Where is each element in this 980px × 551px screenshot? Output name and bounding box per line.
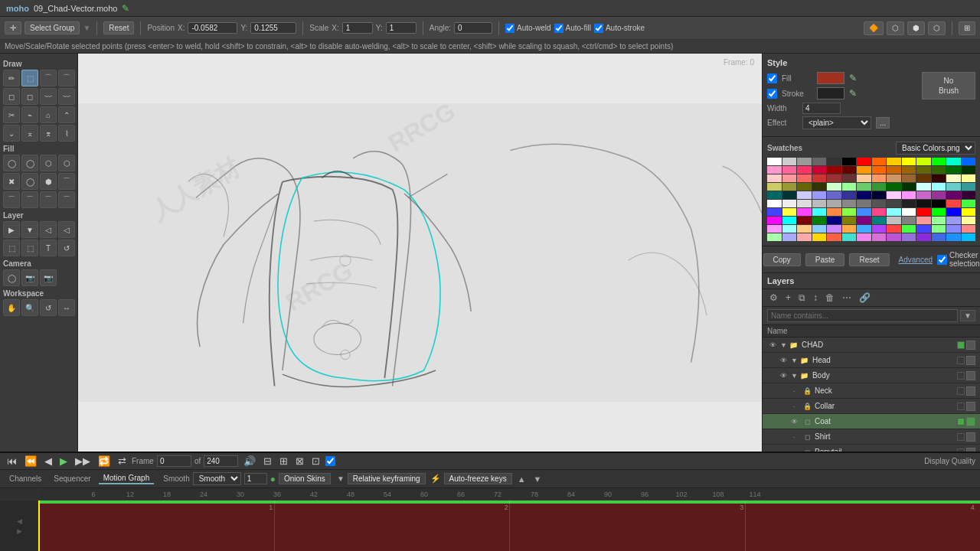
color-cell-29[interactable] xyxy=(782,174,797,182)
color-cell-32[interactable] xyxy=(827,174,841,182)
layer-item-collar[interactable]: ·🔒Collar xyxy=(763,399,980,414)
tool-camera-2[interactable]: 📷 xyxy=(21,269,38,286)
tool-draw-14[interactable]: ⌅ xyxy=(21,125,38,142)
color-cell-42[interactable] xyxy=(767,183,782,191)
color-cell-101[interactable] xyxy=(812,217,827,224)
color-cell-129[interactable] xyxy=(812,233,827,241)
color-cell-19[interactable] xyxy=(842,166,857,174)
color-cell-125[interactable] xyxy=(962,225,976,233)
color-cell-58[interactable] xyxy=(797,191,812,199)
to-start-btn[interactable]: ⏮ xyxy=(5,455,19,467)
color-cell-7[interactable] xyxy=(872,158,887,165)
color-cell-4[interactable] xyxy=(827,158,841,165)
tool-ws-4[interactable]: ↔ xyxy=(58,299,75,316)
color-cell-38[interactable] xyxy=(916,174,931,182)
scale-y-input[interactable] xyxy=(386,22,416,34)
layer-vis-btn-1[interactable]: 👁 xyxy=(767,340,778,350)
color-cell-106[interactable] xyxy=(887,217,901,224)
audio-btn[interactable]: 🔊 xyxy=(241,455,258,467)
color-cell-55[interactable] xyxy=(962,183,976,191)
color-cell-113[interactable] xyxy=(782,225,797,233)
color-cell-23[interactable] xyxy=(902,166,916,174)
layer-vis-btn-6[interactable]: 👁 xyxy=(789,416,799,427)
select-group-btn[interactable]: Select Group xyxy=(24,21,80,34)
stroke-color-swatch[interactable] xyxy=(817,87,844,99)
color-cell-0[interactable] xyxy=(767,158,782,165)
tool-fill-11[interactable]: ⌒ xyxy=(40,191,57,208)
color-cell-69[interactable] xyxy=(962,191,976,199)
layer-add-btn[interactable]: + xyxy=(783,292,793,304)
layer-expand-1[interactable]: ▼ xyxy=(780,341,787,349)
angle-input[interactable] xyxy=(454,22,492,34)
tool-draw-12[interactable]: ⌃ xyxy=(58,106,75,123)
auto-stroke-check[interactable]: Auto-stroke xyxy=(594,24,645,33)
paste-btn[interactable]: Paste xyxy=(805,253,845,266)
color-cell-88[interactable] xyxy=(827,208,841,216)
layer-vis-btn-7[interactable]: · xyxy=(789,432,799,442)
color-cell-63[interactable] xyxy=(872,191,887,199)
layer-link-btn[interactable]: 🔗 xyxy=(857,292,873,304)
color-cell-44[interactable] xyxy=(797,183,812,191)
color-cell-31[interactable] xyxy=(812,174,827,182)
scale-x-input[interactable] xyxy=(342,22,373,34)
layer-vis-btn-8[interactable]: · xyxy=(789,447,799,452)
total-frames-input[interactable] xyxy=(204,455,238,467)
color-cell-108[interactable] xyxy=(916,217,931,224)
color-cell-18[interactable] xyxy=(827,166,841,174)
tool-btn-4[interactable]: ⬡ xyxy=(928,21,946,35)
layer-item-head[interactable]: 👁▼📁Head xyxy=(763,353,980,368)
color-cell-62[interactable] xyxy=(857,191,871,199)
color-cell-11[interactable] xyxy=(932,158,946,165)
color-cell-45[interactable] xyxy=(812,183,827,191)
tool-layer-6[interactable]: ⬚ xyxy=(21,240,38,256)
effect-select[interactable]: <plain> xyxy=(802,116,871,129)
tool-fill-6[interactable]: ◯ xyxy=(21,173,38,190)
color-cell-73[interactable] xyxy=(812,200,827,207)
color-cell-54[interactable] xyxy=(946,183,961,191)
layer-item-neck[interactable]: ·🔒Neck xyxy=(763,383,980,399)
color-cell-24[interactable] xyxy=(916,166,931,174)
color-cell-115[interactable] xyxy=(812,225,827,233)
tool-draw-7[interactable]: 〰 xyxy=(40,88,57,105)
stroke-pen-icon[interactable]: ✎ xyxy=(849,88,857,99)
tab-sequencer[interactable]: Sequencer xyxy=(49,474,95,484)
fill-color-swatch[interactable] xyxy=(817,72,844,84)
layer-toggle-7[interactable] xyxy=(966,432,975,442)
color-cell-46[interactable] xyxy=(827,183,841,191)
fill-pen-icon[interactable]: ✎ xyxy=(849,73,857,83)
tool-ws-3[interactable]: ↺ xyxy=(40,299,57,316)
color-cell-34[interactable] xyxy=(857,174,871,182)
color-cell-5[interactable] xyxy=(842,158,857,165)
swatches-preset-select[interactable]: Basic Colors.png xyxy=(896,142,975,155)
auto-weld-check[interactable]: Auto-weld xyxy=(505,24,550,33)
color-cell-89[interactable] xyxy=(842,208,857,216)
color-cell-93[interactable] xyxy=(902,208,916,216)
tool-fill-8[interactable]: ⌒ xyxy=(58,173,75,190)
tl-down-btn[interactable]: ▼ xyxy=(531,474,544,484)
color-cell-130[interactable] xyxy=(827,233,841,241)
color-cell-87[interactable] xyxy=(812,208,827,216)
tool-layer-1[interactable]: ▶ xyxy=(3,221,20,238)
canvas-area[interactable]: 人人素材 RRCG RRCG Frame: 0 xyxy=(78,54,762,452)
color-cell-41[interactable] xyxy=(962,174,976,182)
color-cell-57[interactable] xyxy=(782,191,797,199)
auto-freeze-btn[interactable]: Auto-freeze keys xyxy=(444,473,512,484)
checker-check[interactable]: Checker selection xyxy=(937,251,979,268)
tool-draw-8[interactable]: 〰 xyxy=(58,88,75,105)
view-3[interactable]: ⊠ xyxy=(293,455,306,467)
frame-input[interactable] xyxy=(157,455,191,467)
layer-vis-btn-5[interactable]: · xyxy=(789,401,799,412)
tool-draw-10[interactable]: ⌁ xyxy=(21,106,38,123)
tool-fill-7[interactable]: ⬢ xyxy=(40,173,57,190)
tool-layer-5[interactable]: ⬚ xyxy=(3,240,20,256)
color-cell-86[interactable] xyxy=(797,208,812,216)
color-cell-13[interactable] xyxy=(962,158,976,165)
layer-expand-3[interactable]: ▼ xyxy=(791,372,798,380)
color-cell-110[interactable] xyxy=(946,217,961,224)
color-cell-6[interactable] xyxy=(857,158,871,165)
color-cell-9[interactable] xyxy=(902,158,916,165)
color-cell-60[interactable] xyxy=(827,191,841,199)
tool-camera-3[interactable]: 📷 xyxy=(40,269,57,286)
color-cell-96[interactable] xyxy=(946,208,961,216)
color-cell-82[interactable] xyxy=(946,200,961,207)
